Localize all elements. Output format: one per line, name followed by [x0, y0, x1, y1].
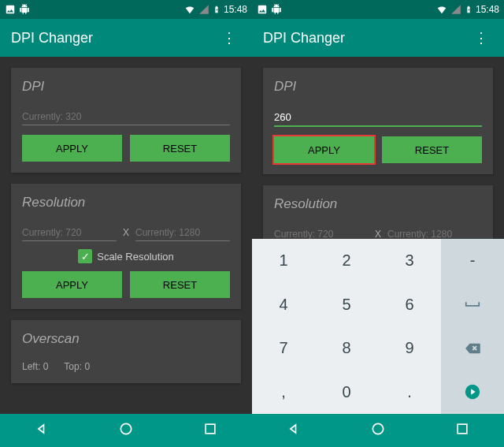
scale-checkbox[interactable]: ✓ — [78, 249, 92, 263]
svg-rect-4 — [458, 424, 467, 434]
resolution-title: Resolution — [274, 196, 482, 212]
key-8[interactable]: 8 — [315, 326, 378, 371]
image-icon — [257, 4, 268, 15]
nav-back-icon[interactable] — [23, 416, 61, 445]
key-backspace-icon[interactable] — [441, 326, 504, 371]
nav-home-icon[interactable] — [359, 416, 397, 445]
resolution-apply-button[interactable]: APPLY — [22, 271, 122, 298]
overscan-left-label: Left: 0 — [22, 361, 48, 372]
nav-home-icon[interactable] — [107, 416, 145, 445]
key-dot[interactable]: . — [378, 371, 441, 415]
key-9[interactable]: 9 — [378, 326, 441, 371]
key-3[interactable]: 3 — [378, 239, 441, 283]
resolution-width-input[interactable] — [22, 225, 117, 241]
battery-icon — [465, 4, 472, 15]
nav-back-icon[interactable] — [275, 416, 313, 445]
nav-recent-icon[interactable] — [191, 416, 229, 445]
key-4[interactable]: 4 — [252, 283, 315, 327]
app-title: DPI Changer — [263, 30, 345, 47]
phone-screen-left: 15:48 DPI Changer ⋮ DPI APPLY RESET Reso… — [0, 0, 252, 447]
key-6[interactable]: 6 — [378, 283, 441, 327]
resolution-card: Resolution X ✓ Scale Resolution APPLY RE… — [11, 184, 241, 309]
overflow-menu-icon[interactable]: ⋮ — [217, 26, 241, 50]
wifi-icon — [184, 4, 195, 15]
dpi-input[interactable] — [22, 109, 230, 125]
app-bar: DPI Changer ⋮ — [252, 19, 504, 57]
android-icon — [19, 4, 30, 15]
overscan-title: Overscan — [22, 331, 230, 347]
overflow-menu-icon[interactable]: ⋮ — [469, 26, 493, 50]
overscan-card: Overscan Left: 0 Top: 0 — [11, 320, 241, 383]
status-bar: 15:48 — [252, 0, 504, 19]
dpi-input[interactable] — [274, 109, 482, 127]
signal-icon — [450, 4, 461, 15]
resolution-separator: X — [123, 227, 129, 241]
scale-label: Scale Resolution — [97, 251, 174, 263]
key-dash[interactable]: - — [441, 239, 504, 283]
nav-recent-icon[interactable] — [443, 416, 481, 445]
key-7[interactable]: 7 — [252, 326, 315, 371]
android-icon — [271, 4, 282, 15]
dpi-reset-button[interactable]: RESET — [130, 135, 230, 162]
nav-bar — [252, 414, 504, 447]
svg-point-3 — [372, 423, 383, 434]
key-1[interactable]: 1 — [252, 239, 315, 283]
status-bar: 15:48 — [0, 0, 252, 19]
key-0[interactable]: 0 — [315, 371, 378, 415]
dpi-reset-button[interactable]: RESET — [382, 136, 482, 163]
svg-rect-1 — [206, 424, 215, 434]
status-time: 15:48 — [476, 4, 499, 15]
nav-bar — [0, 414, 252, 447]
app-bar: DPI Changer ⋮ — [0, 19, 252, 57]
dpi-card: DPI APPLY RESET — [11, 68, 241, 173]
wifi-icon — [436, 4, 447, 15]
status-time: 15:48 — [224, 4, 247, 15]
phone-screen-right: 15:48 DPI Changer ⋮ DPI APPLY RESET Reso… — [252, 0, 504, 447]
key-space[interactable] — [441, 283, 504, 327]
keyboard: 1 2 3 - 4 5 6 7 8 9 , 0 . — [252, 239, 504, 414]
app-title: DPI Changer — [11, 30, 93, 47]
svg-point-0 — [120, 423, 131, 434]
resolution-reset-button[interactable]: RESET — [130, 271, 230, 298]
resolution-height-input[interactable] — [135, 225, 230, 241]
key-enter-icon[interactable] — [441, 371, 504, 415]
dpi-title: DPI — [22, 79, 230, 95]
dpi-apply-button[interactable]: APPLY — [274, 136, 374, 163]
dpi-apply-button[interactable]: APPLY — [22, 135, 122, 162]
dpi-title: DPI — [274, 79, 482, 95]
dpi-card: DPI APPLY RESET — [263, 68, 493, 174]
signal-icon — [198, 4, 209, 15]
key-comma[interactable]: , — [252, 371, 315, 415]
battery-icon — [213, 4, 220, 15]
image-icon — [5, 4, 16, 15]
key-5[interactable]: 5 — [315, 283, 378, 327]
overscan-top-label: Top: 0 — [64, 361, 90, 372]
resolution-title: Resolution — [22, 195, 230, 210]
content-area: DPI APPLY RESET Resolution X ✓ Scale Res… — [0, 57, 252, 414]
key-2[interactable]: 2 — [315, 239, 378, 283]
